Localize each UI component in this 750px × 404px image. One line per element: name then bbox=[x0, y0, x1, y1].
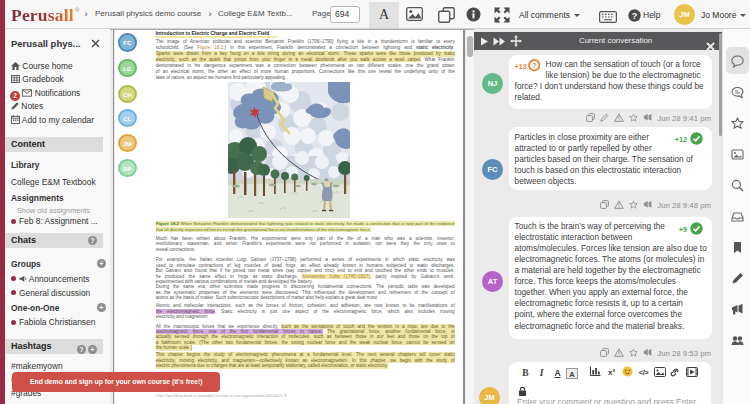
svg-text:?: ? bbox=[532, 61, 537, 70]
svg-text:?: ? bbox=[632, 11, 638, 21]
